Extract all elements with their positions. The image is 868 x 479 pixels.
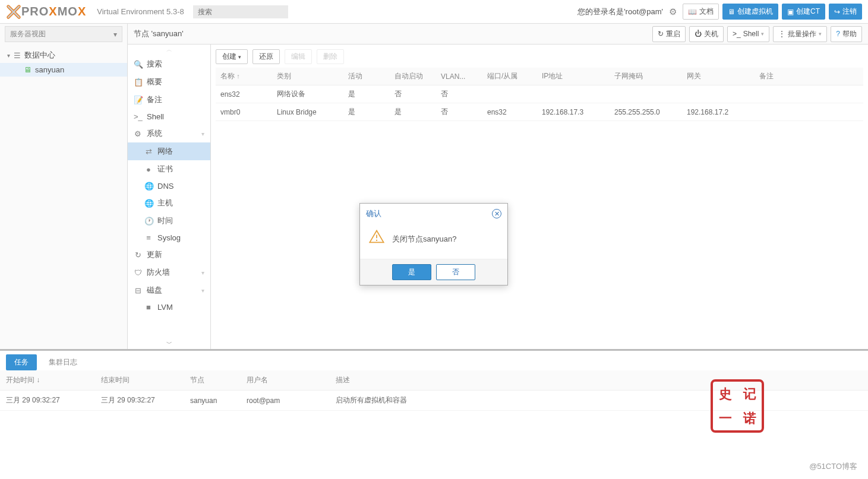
node-label: sanyuan: [35, 65, 64, 74]
shell-button[interactable]: >_ Shell ▾: [727, 26, 769, 42]
bulk-button[interactable]: ⋮ 批量操作 ▾: [773, 26, 827, 42]
docs-label: 文档: [699, 7, 714, 17]
tree-datacenter[interactable]: ▾ ☰ 数据中心: [0, 47, 127, 63]
nav-icon: ↻: [134, 250, 142, 259]
create-label: 创建: [222, 52, 236, 61]
shutdown-button[interactable]: ⏻ 关机: [689, 26, 724, 42]
chevron-down-icon: ▾: [201, 131, 204, 137]
cell-mask: [610, 85, 682, 103]
nav-item-概要[interactable]: 📋概要: [128, 73, 210, 91]
nav-item-时间[interactable]: 🕐时间: [128, 212, 210, 230]
nav-item-dns[interactable]: 🌐DNS: [128, 178, 210, 194]
cell-active: 是: [343, 103, 390, 121]
book-icon: 📖: [688, 8, 697, 16]
cell-gateway: 192.168.17.2: [682, 103, 755, 121]
close-icon[interactable]: ✕: [492, 209, 501, 218]
gear-icon[interactable]: ⚙: [669, 7, 677, 17]
create-vm-button[interactable]: 🖥创建虚拟机: [722, 4, 778, 20]
nav-item-系统[interactable]: ⚙系统▾: [128, 125, 210, 142]
nav-item-磁盘[interactable]: ⊟磁盘▾: [128, 281, 210, 299]
cell-user: root@pam: [241, 391, 330, 411]
restore-button[interactable]: 还原: [252, 49, 280, 64]
edit-button: 编辑: [285, 49, 312, 64]
sub-nav: ︿ 🔍搜索📋概要📝备注>_Shell⚙系统▾⇄网络●证书🌐DNS🌐主机🕐时间≡S…: [128, 45, 211, 349]
nav-item-防火墙[interactable]: 🛡防火墙▾: [128, 264, 210, 281]
content-area: 节点 'sanyuan' ↻ 重启 ⏻ 关机 >_ Shell ▾ ⋮ 批量操作…: [128, 24, 868, 349]
shutdown-label: 关机: [704, 29, 718, 39]
nav-label: 主机: [157, 198, 173, 208]
tab-tasks[interactable]: 任务: [6, 354, 37, 370]
power-icon: ⏻: [695, 30, 702, 38]
nav-item-网络[interactable]: ⇄网络: [128, 142, 210, 160]
nav-label: 网络: [157, 146, 173, 157]
col-header[interactable]: 备注: [755, 68, 863, 85]
nav-icon: 📝: [134, 96, 142, 104]
nav-icon: 🌐: [144, 182, 153, 191]
col-header[interactable]: 网关: [682, 68, 755, 85]
content-header: 节点 'sanyuan' ↻ 重启 ⏻ 关机 >_ Shell ▾ ⋮ 批量操作…: [128, 24, 868, 45]
chevron-down-icon: ▾: [819, 31, 822, 37]
col-user[interactable]: 用户名: [241, 370, 330, 391]
nav-icon: 🔍: [134, 60, 142, 69]
col-header[interactable]: 类别: [272, 68, 343, 85]
cell-gateway: [682, 85, 755, 103]
col-header[interactable]: 端口/从属: [482, 68, 537, 85]
nav-item-lvm[interactable]: ■LVM: [128, 299, 210, 315]
nav-item-syslog[interactable]: ≡Syslog: [128, 230, 210, 246]
col-header[interactable]: 活动: [343, 68, 390, 85]
dialog-header: 确认 ✕: [360, 204, 507, 224]
table-row[interactable]: vmbr0Linux Bridge是是否ens32192.168.17.3255…: [216, 103, 863, 121]
nav-label: 防火墙: [147, 267, 170, 278]
col-header[interactable]: 子网掩码: [610, 68, 682, 85]
restart-button[interactable]: ↻ 重启: [652, 26, 686, 42]
cell-note: [755, 85, 863, 103]
content-body: ︿ 🔍搜索📋概要📝备注>_Shell⚙系统▾⇄网络●证书🌐DNS🌐主机🕐时间≡S…: [128, 45, 868, 349]
nav-label: Shell: [147, 112, 164, 121]
cell-start: 三月 29 09:32:27: [0, 391, 95, 411]
col-start[interactable]: 开始时间 ↓: [0, 370, 95, 391]
col-node[interactable]: 节点: [184, 370, 241, 391]
table-row[interactable]: ens32网络设备是否否: [216, 85, 863, 103]
nav-item-搜索[interactable]: 🔍搜索: [128, 55, 210, 73]
cell-type: 网络设备: [272, 85, 343, 103]
tree-node-sanyuan[interactable]: 🖥 sanyuan: [0, 63, 127, 77]
col-header[interactable]: VLAN...: [436, 68, 482, 85]
content-actions: ↻ 重启 ⏻ 关机 >_ Shell ▾ ⋮ 批量操作 ▾ ? 帮助: [652, 26, 862, 42]
col-desc[interactable]: 描述: [330, 370, 868, 391]
nav-label: 磁盘: [147, 285, 162, 296]
nav-item-备注[interactable]: 📝备注: [128, 91, 210, 109]
col-header[interactable]: 名称 ↑: [216, 68, 272, 85]
view-selector[interactable]: 服务器视图 ▾: [5, 26, 122, 42]
nav-item-证书[interactable]: ●证书: [128, 160, 210, 178]
chevron-down-icon: ▾: [201, 287, 204, 294]
nav-icon: ●: [144, 165, 153, 174]
docs-button[interactable]: 📖文档: [683, 4, 719, 20]
cell-name: vmbr0: [216, 103, 272, 121]
col-end[interactable]: 结束时间: [95, 370, 184, 391]
col-header[interactable]: 自动启动: [390, 68, 436, 85]
scroll-up-icon[interactable]: ︿: [128, 45, 210, 55]
nav-item-shell[interactable]: >_Shell: [128, 109, 210, 125]
create-ct-label: 创建CT: [796, 7, 820, 17]
logout-button[interactable]: ↪注销: [829, 4, 862, 20]
watermark-stamp: 史记一诺: [711, 379, 764, 433]
help-button[interactable]: ? 帮助: [831, 26, 862, 42]
shell-label: Shell: [743, 30, 759, 38]
server-icon: 🖥: [24, 65, 31, 74]
create-network-button[interactable]: 创建▾: [216, 49, 248, 64]
create-ct-button[interactable]: ▣创建CT: [782, 4, 825, 20]
scroll-down-icon[interactable]: ﹀: [128, 338, 210, 349]
no-button[interactable]: 否: [436, 264, 475, 280]
content-title: 节点 'sanyuan': [134, 28, 184, 39]
tab-cluster-log[interactable]: 集群日志: [40, 354, 86, 370]
col-header[interactable]: IP地址: [537, 68, 610, 85]
search-input[interactable]: [193, 5, 288, 18]
nav-item-更新[interactable]: ↻更新: [128, 246, 210, 264]
top-header: PROXMOX Virtual Environment 5.3-8 您的登录名是…: [0, 0, 868, 24]
nav-icon: >_: [134, 112, 142, 121]
nav-icon: ⚙: [134, 129, 142, 138]
cell-auto: 否: [390, 85, 436, 103]
nav-item-主机[interactable]: 🌐主机: [128, 194, 210, 212]
yes-button[interactable]: 是: [392, 264, 431, 280]
main-area: 服务器视图 ▾ ▾ ☰ 数据中心 🖥 sanyuan 节点 'sanyuan' …: [0, 24, 868, 349]
